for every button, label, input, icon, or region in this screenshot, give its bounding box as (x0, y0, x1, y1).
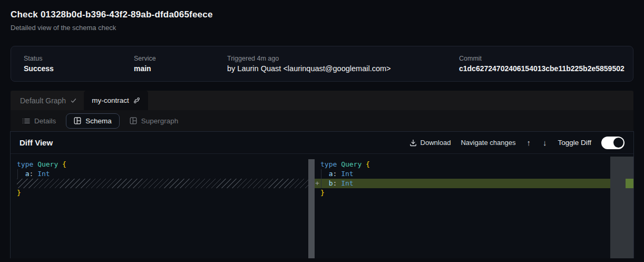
summary-status: Status Success (24, 55, 134, 73)
graph-selector-label: Default Graph (20, 96, 66, 105)
summary-service: Service main (134, 55, 227, 73)
arrow-up-icon: ↑ (526, 138, 531, 147)
navigate-changes-button[interactable]: Navigate changes (461, 139, 515, 147)
diff-controls: Download Navigate changes ↑ ↓ Toggle Dif… (409, 137, 625, 149)
triggered-value: by Laurin Quast <laurinquast@googlemail.… (227, 64, 459, 73)
diff-filler-line (17, 179, 308, 188)
page-header: Check 01328b0d-b396-43f2-89ab-dfda065fee… (0, 0, 644, 32)
page-title: Check 01328b0d-b396-43f2-89ab-dfda065fee… (11, 9, 633, 20)
contract-tab-bar: Default Graph my-contract (11, 91, 633, 110)
download-button[interactable]: Download (409, 139, 451, 147)
code-line: type Query { (315, 160, 633, 169)
compare-icon (133, 97, 140, 104)
status-label: Status (24, 55, 134, 62)
graph-selector[interactable]: Default Graph (11, 91, 84, 110)
left-pane-scrollbar[interactable] (308, 159, 315, 258)
download-label: Download (421, 139, 451, 147)
columns-icon (74, 117, 81, 124)
added-code-line: + b: Int (315, 179, 633, 188)
contract-tab-label: my-contract (92, 96, 129, 104)
commit-value: c1dc62724702406154013cbe11b225b2e5859502 (459, 64, 625, 73)
check-summary-card: Status Success Service main Triggered 4m… (11, 46, 633, 82)
diff-panel: Diff View Download Navigate changes ↑ ↓ … (10, 131, 634, 258)
download-icon (409, 139, 417, 147)
code-line: a: Int (11, 169, 315, 179)
status-value: Success (24, 64, 134, 73)
commit-label: Commit (459, 55, 625, 62)
diff-pane-before: type Query { a: Int} (11, 154, 315, 258)
switch-knob (613, 138, 623, 148)
added-line-marker (626, 179, 633, 188)
tab-schema-label: Schema (85, 117, 112, 125)
code-line: a: Int (315, 169, 633, 179)
added-line-plus-sign: + (315, 179, 319, 188)
tab-supergraph[interactable]: Supergraph (128, 114, 181, 128)
right-pane-scrollbar[interactable] (610, 157, 633, 258)
diff-view-title: Diff View (19, 138, 53, 147)
next-change-button[interactable]: ↓ (542, 138, 548, 147)
check-icon (71, 98, 76, 103)
summary-triggered: Triggered 4m ago by Laurin Quast <laurin… (227, 55, 459, 73)
diff-toolbar: Diff View Download Navigate changes ↑ ↓ … (11, 132, 633, 154)
code-line: } (315, 188, 633, 198)
code-line: type Query { (11, 160, 315, 169)
code-line: } (11, 188, 315, 198)
previous-change-button[interactable]: ↑ (525, 138, 532, 147)
tab-details[interactable]: Details (20, 114, 58, 128)
tab-my-contract[interactable]: my-contract (84, 91, 148, 110)
service-label: Service (134, 55, 227, 62)
navigate-changes-label: Navigate changes (461, 139, 515, 147)
tab-supergraph-label: Supergraph (141, 117, 179, 125)
page-subtitle: Detailed view of the schema check (11, 24, 633, 32)
view-tab-bar: Details Schema Supergraph (11, 110, 633, 131)
diff-pane-after: type Query { a: Int+ b: Int} (315, 154, 633, 258)
columns-icon (130, 117, 137, 124)
summary-commit: Commit c1dc62724702406154013cbe11b225b2e… (459, 55, 625, 73)
tab-schema[interactable]: Schema (66, 113, 120, 129)
arrow-down-icon: ↓ (543, 138, 547, 147)
triggered-label: Triggered 4m ago (227, 55, 459, 62)
toggle-diff-switch[interactable] (601, 137, 625, 149)
schema-diff-editor: type Query { a: Int} type Query { a: Int… (11, 154, 633, 258)
tab-details-label: Details (34, 117, 56, 125)
service-value: main (134, 64, 227, 73)
toggle-diff-label: Toggle Diff (558, 139, 591, 147)
list-icon (22, 118, 30, 124)
